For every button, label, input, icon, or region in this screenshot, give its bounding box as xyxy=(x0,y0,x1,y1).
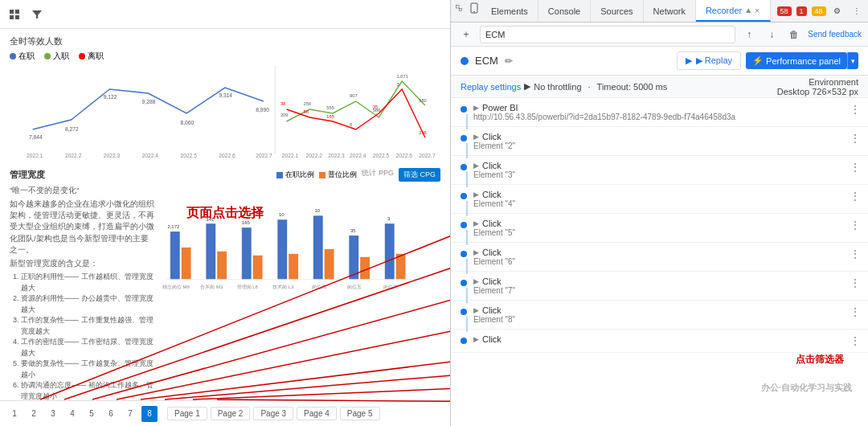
tab-recorder[interactable]: Recorder ▲ × xyxy=(696,0,771,22)
svg-text:165: 165 xyxy=(242,220,251,225)
tab-sources[interactable]: Sources xyxy=(591,0,643,22)
inspector-icon[interactable] xyxy=(451,0,467,16)
nav-num-4[interactable]: 4 xyxy=(64,406,80,422)
step-menu-0[interactable]: ⋮ xyxy=(849,103,862,116)
replay-settings-label[interactable]: Replay settings xyxy=(461,82,521,92)
tab-recorder-close[interactable]: × xyxy=(755,6,760,15)
step-label-0: Power BI xyxy=(482,103,518,113)
step-click-filter[interactable]: ▶ Click ⋮ 点击筛选器 xyxy=(451,330,868,353)
edit-title-icon[interactable]: ✏ xyxy=(505,55,513,67)
devtools-tabs: Elements Console Sources Network Recorde… xyxy=(451,0,868,23)
step-click-3[interactable]: ▶ Click Element "3" ⋮ xyxy=(451,156,868,185)
recording-name-input[interactable] xyxy=(480,26,735,43)
step-click-2[interactable]: ▶ Click Element "2" ⋮ xyxy=(451,127,868,156)
step-click-7[interactable]: ▶ Click Element "7" ⋮ xyxy=(451,272,868,301)
bar-chart-legend: 在职比例 普位比例 xyxy=(276,168,357,182)
env-value: Desktop 726×532 px xyxy=(777,87,858,96)
svg-text:管理岗 L8: 管理岗 L8 xyxy=(237,285,259,289)
step-type-4: ▶ Click xyxy=(473,219,842,228)
step-menu-7[interactable]: ⋮ xyxy=(849,305,862,318)
step-detail-6: Element "7" xyxy=(473,286,842,295)
list-item-4: 工作的密结度—— 工作密结尿、管理宽度越大 xyxy=(21,337,154,358)
nav-page-4[interactable]: Page 4 xyxy=(297,407,337,420)
step-click-4[interactable]: ▶ Click Element "4" ⋮ xyxy=(451,185,868,214)
step-label-6: Click xyxy=(482,276,502,286)
svg-text:165: 165 xyxy=(326,114,334,119)
step-navigate[interactable]: ▶ Power BI http://10.56.43.85/powerbi/?i… xyxy=(451,98,868,127)
more-icon[interactable]: ⋮ xyxy=(849,3,865,19)
nav-num-3[interactable]: 3 xyxy=(45,406,61,422)
step-menu-1[interactable]: ⋮ xyxy=(849,132,862,145)
nav-num-2[interactable]: 2 xyxy=(26,406,42,422)
bar-legend-box-active xyxy=(276,172,283,178)
step-type-1: ▶ Click xyxy=(473,132,842,141)
tab-network[interactable]: Network xyxy=(644,0,696,22)
nav-num-5[interactable]: 5 xyxy=(84,406,100,422)
step-click-6[interactable]: ▶ Click Element "6" ⋮ xyxy=(451,243,868,272)
svg-rect-2 xyxy=(10,15,14,19)
performance-panel-button[interactable]: ⚡ Performance panel xyxy=(746,52,847,69)
env-label: Environment xyxy=(777,77,858,87)
filter-annotation: 点击筛选器 xyxy=(796,353,844,367)
download-button[interactable]: ↓ xyxy=(763,26,780,43)
replay-icon: ▶ xyxy=(686,55,692,66)
filter-cpg-button[interactable]: 筛选 CPG xyxy=(399,168,440,182)
step-content-8: ▶ Click xyxy=(473,334,842,344)
settings-icon[interactable]: ⚙ xyxy=(829,3,845,19)
replay-button[interactable]: ▶ ▶ Replay xyxy=(677,51,741,70)
step-menu-3[interactable]: ⋮ xyxy=(849,190,862,203)
upload-button[interactable]: ↑ xyxy=(740,26,758,43)
svg-rect-45 xyxy=(242,227,252,279)
ppg-label: 统计 PPG xyxy=(362,168,394,182)
perf-dropdown-button[interactable]: ▾ xyxy=(847,52,858,69)
mobile-icon[interactable] xyxy=(467,0,481,16)
separator: · xyxy=(588,82,591,92)
step-arrow-3: ▶ xyxy=(473,190,479,199)
step-menu-2[interactable]: ⋮ xyxy=(849,161,862,174)
svg-rect-41 xyxy=(170,231,180,279)
legend-dot-leave xyxy=(79,53,85,59)
svg-rect-43 xyxy=(206,223,215,279)
chart-title: 全时等效人数 xyxy=(10,35,440,47)
nav-page-1[interactable]: Page 1 xyxy=(167,407,207,420)
svg-text:2022.2: 2022.2 xyxy=(65,153,82,158)
chart-section: 全时等效人数 在职 入职 离职 xyxy=(0,29,450,165)
nav-page-2[interactable]: Page 2 xyxy=(211,407,251,420)
svg-text:2022.6: 2022.6 xyxy=(395,153,412,158)
step-label-1: Click xyxy=(482,132,502,141)
svg-text:2022.3: 2022.3 xyxy=(104,153,121,158)
devtools-tab-icons: 58 1 48 ⚙ ⋮ ✕ xyxy=(771,0,868,22)
nav-num-6[interactable]: 6 xyxy=(103,406,119,422)
step-type-0: ▶ Power BI xyxy=(473,103,842,113)
svg-text:1,071: 1,071 xyxy=(396,74,407,79)
nav-num-7[interactable]: 7 xyxy=(122,406,138,422)
nav-page-3[interactable]: Page 3 xyxy=(253,407,293,420)
tab-console[interactable]: Console xyxy=(538,0,591,22)
svg-text:2022.7: 2022.7 xyxy=(419,153,436,158)
nav-page-5[interactable]: Page 5 xyxy=(340,407,380,420)
step-click-8[interactable]: ▶ Click Element "8" ⋮ xyxy=(451,301,868,330)
middle-section: 管理宽度 "唯一不变的是变化" 如今越来越多的企业在追求小微化的组织架构，使管理… xyxy=(0,165,450,400)
line-chart: 7,844 8,272 9,122 9,288 8,060 9,314 8,99… xyxy=(10,65,440,162)
step-menu-6[interactable]: ⋮ xyxy=(849,276,862,289)
step-menu-4[interactable]: ⋮ xyxy=(849,219,862,231)
tab-elements[interactable]: Elements xyxy=(481,0,538,22)
feedback-link[interactable]: Send feedback xyxy=(808,30,862,39)
replay-settings-bar: Replay settings ▶ No throttling · Timeou… xyxy=(451,76,868,98)
legend-dot-join xyxy=(44,53,51,59)
filter-icon[interactable] xyxy=(29,6,45,23)
steps-list[interactable]: ▶ Power BI http://10.56.43.85/powerbi/?i… xyxy=(451,98,868,426)
step-menu-8[interactable]: ⋮ xyxy=(849,334,862,347)
add-recording-button[interactable]: + xyxy=(457,26,475,43)
step-menu-5[interactable]: ⋮ xyxy=(849,248,862,260)
svg-rect-48 xyxy=(289,254,298,280)
grid-icon[interactable] xyxy=(6,6,23,23)
step-click-5[interactable]: ▶ Click Element "5" ⋮ xyxy=(451,214,868,243)
nav-num-8[interactable]: 8 xyxy=(141,406,158,422)
step-arrow-6: ▶ xyxy=(473,277,479,285)
step-detail-4: Element "5" xyxy=(473,228,842,237)
delete-button[interactable]: 🗑 xyxy=(785,26,803,43)
svg-text:3: 3 xyxy=(387,216,391,221)
nav-num-1[interactable]: 1 xyxy=(6,406,23,422)
svg-text:2022.4: 2022.4 xyxy=(350,153,366,158)
